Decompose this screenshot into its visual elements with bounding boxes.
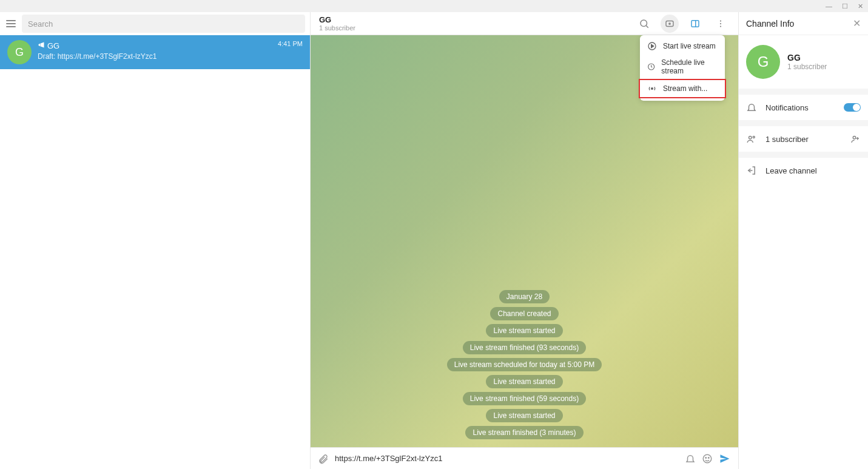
svg-point-0: [641, 20, 647, 27]
chat-title: GG: [319, 15, 635, 24]
svg-point-13: [703, 454, 712, 463]
channel-info-panel: Channel Info ✕ G GG 1 subscriber Notific…: [738, 12, 868, 469]
channel-icon: [38, 40, 45, 51]
subscribers-label: 1 subscriber: [765, 135, 809, 144]
stream-dropdown: Start live stream Schedule live stream S…: [640, 35, 725, 101]
more-icon[interactable]: [712, 15, 730, 33]
search-icon[interactable]: [635, 15, 653, 33]
chat-column: GG 1 subscriber Star: [311, 12, 738, 469]
send-icon[interactable]: [719, 453, 731, 465]
leave-label: Leave channel: [765, 166, 817, 175]
svg-point-8: [720, 25, 721, 27]
svg-point-17: [753, 137, 755, 138]
attach-icon[interactable]: [318, 453, 329, 464]
sidebar-toggle-icon[interactable]: [686, 15, 704, 33]
dropdown-stream-with[interactable]: Stream with...: [639, 79, 726, 98]
svg-point-6: [720, 20, 721, 21]
notifications-toggle[interactable]: [844, 103, 861, 112]
service-message: Live stream finished (59 seconds): [463, 392, 586, 405]
menu-icon[interactable]: [5, 18, 17, 30]
service-message: Live stream started: [486, 324, 562, 337]
chat-preview: Draft: https://t.me/+3TSglF2xt-lzYzc1: [38, 52, 272, 61]
channel-profile: G GG 1 subscriber: [739, 35, 868, 89]
emoji-icon[interactable]: [702, 453, 713, 464]
service-message: Live stream started: [486, 409, 562, 422]
channel-avatar: G: [746, 45, 780, 79]
message-input-row: [311, 447, 738, 469]
dropdown-stream-with-label: Stream with...: [663, 84, 707, 93]
bell-icon[interactable]: [685, 453, 696, 464]
svg-line-1: [646, 25, 648, 27]
leave-channel-row[interactable]: Leave channel: [739, 158, 868, 183]
window-minimize[interactable]: —: [826, 2, 832, 10]
service-message: Live stream finished (93 seconds): [463, 341, 586, 354]
left-header: Search: [0, 12, 310, 35]
window-titlebar: — ☐ ✕: [0, 0, 868, 12]
subscribers-row[interactable]: 1 subscriber: [739, 126, 868, 152]
channel-subscribers: 1 subscriber: [787, 62, 827, 71]
search-input[interactable]: Search: [22, 15, 305, 33]
close-icon[interactable]: ✕: [853, 18, 861, 29]
svg-point-15: [708, 457, 710, 458]
message-input[interactable]: [335, 454, 679, 463]
panel-title: Channel Info: [746, 19, 794, 29]
service-message: Live stream finished (3 minutes): [465, 426, 583, 439]
window-maximize[interactable]: ☐: [842, 2, 848, 10]
svg-point-3: [669, 22, 670, 24]
service-message: Live stream started: [486, 375, 562, 388]
dropdown-schedule-live[interactable]: Schedule live stream: [640, 55, 725, 79]
chat-list-item[interactable]: G GG Draft: https://t.me/+3TSglF2xt-lzYz…: [0, 35, 310, 69]
chat-header-info[interactable]: GG 1 subscriber: [319, 15, 635, 32]
notifications-label: Notifications: [765, 103, 809, 112]
live-stream-icon[interactable]: [661, 15, 679, 33]
svg-point-12: [651, 88, 653, 90]
add-user-icon[interactable]: [850, 133, 861, 144]
svg-point-7: [720, 22, 721, 24]
svg-marker-10: [651, 44, 654, 47]
svg-point-14: [705, 457, 707, 458]
chat-name: GG: [47, 41, 59, 50]
svg-point-16: [749, 137, 752, 140]
service-message: January 28: [499, 290, 550, 303]
dropdown-start-live[interactable]: Start live stream: [640, 38, 725, 55]
window-close[interactable]: ✕: [858, 2, 863, 10]
chat-subtitle: 1 subscriber: [319, 24, 635, 32]
channel-name: GG: [787, 53, 827, 62]
dropdown-start-label: Start live stream: [663, 42, 716, 50]
svg-point-18: [853, 137, 856, 140]
chat-list-column: Search G GG Draft: https://t.me/+3TSglF2…: [0, 12, 311, 469]
service-message: Live stream scheduled for today at 5:00 …: [447, 358, 602, 371]
notifications-row[interactable]: Notifications: [739, 95, 868, 120]
search-placeholder: Search: [28, 19, 53, 29]
chat-header: GG 1 subscriber: [311, 12, 738, 35]
panel-header: Channel Info ✕: [739, 12, 868, 35]
chat-avatar: G: [7, 40, 32, 64]
dropdown-schedule-label: Schedule live stream: [661, 58, 718, 75]
service-message: Channel created: [490, 307, 558, 320]
chat-time: 4:41 PM: [278, 40, 303, 64]
